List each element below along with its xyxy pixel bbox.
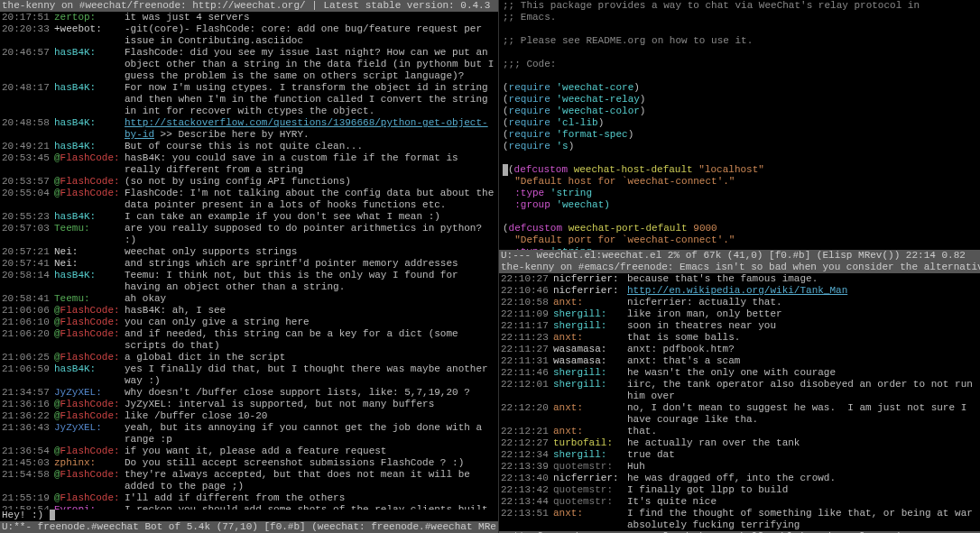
nick: @FlashCode: (54, 328, 125, 352)
nick: @FlashCode: (54, 410, 125, 422)
message: I can take an example if you don't see w… (125, 211, 496, 223)
message: a global dict in the script (125, 352, 496, 363)
message: anxt: pdfbook.htm? (627, 344, 978, 355)
chat-line: 22:10:58anxt:nicferrier: actually that. (501, 297, 978, 308)
nick: hasB4K: (54, 82, 125, 117)
chat-line: 22:13:44quotemstr:It's quite nice (501, 496, 978, 508)
nick: @FlashCode: (54, 188, 125, 211)
message: they're always accepted, but that does n… (125, 469, 496, 492)
code-line: ;;; Code: (503, 59, 976, 70)
chat-line: 22:13:39quotemstr:Huh (501, 461, 978, 473)
message: For now I'm using ctypes. I transform th… (125, 82, 496, 117)
nick: anxt: (553, 297, 627, 308)
timestamp: 20:58:41 (2, 293, 54, 305)
code-line: ;; This package provides a way to chat v… (503, 0, 976, 12)
chat-line: 20:57:21Nei:weechat only supports string… (2, 246, 496, 258)
message: It's quite nice (627, 496, 978, 508)
emacs-chat-wrap: the-kenny on #emacs/freenode: Emacs isn'… (499, 262, 980, 533)
chat-line: 21:36:22@FlashCode:like /buffer close 10… (2, 410, 496, 422)
link[interactable]: http://en.wikipedia.org/wiki/Tank_Man (627, 285, 847, 296)
chat-line: 20:53:57@FlashCode:(so not by using conf… (2, 176, 496, 188)
nick: anxt: (553, 332, 627, 344)
code-line: "Default host for `weechat-connect'." (503, 176, 976, 188)
code-line: (require 'weechat-core) (503, 82, 976, 94)
nick: quotemstr: (553, 484, 627, 496)
timestamp: 20:58:14 (2, 270, 54, 293)
timestamp: 22:11:17 (501, 320, 553, 332)
message: I find the thought of something like tha… (627, 508, 978, 531)
chat-line: 22:11:46shergill:he wasn't the only one … (501, 367, 978, 379)
timestamp: 22:12:21 (501, 426, 553, 437)
chat-line: 21:36:16@FlashCode:JyZyXEL: interval is … (2, 399, 496, 410)
timestamp: 22:13:51 (501, 508, 553, 531)
nick: hasB4K: (54, 117, 125, 141)
nick: @FlashCode: (54, 176, 125, 188)
timestamp: 20:20:33 (2, 23, 54, 47)
chat-line: 22:13:40nicferrier:he was dragged off, i… (501, 473, 978, 484)
code-line: ;; Please see README.org on how to use i… (503, 35, 976, 47)
chat-line: 20:46:57hasB4K:FlashCode: did you see my… (2, 47, 496, 82)
chat-line: 20:48:58hasB4K:http://stackoverflow.com/… (2, 117, 496, 141)
nick: @FlashCode: (54, 152, 125, 176)
nick: @FlashCode: (54, 492, 125, 504)
timestamp: 21:06:10 (2, 317, 54, 328)
timestamp: 22:12:01 (501, 379, 553, 402)
timestamp: 22:11:31 (501, 355, 553, 367)
emacs-chat-buffer[interactable]: 22:10:27nicferrier:because that's the fa… (499, 273, 980, 531)
message: you can only give a string here (125, 317, 496, 328)
message: because that's the famous image. (627, 273, 978, 285)
chat-line: 21:06:25@FlashCode:a global dict in the … (2, 352, 496, 363)
elisp-buffer[interactable]: ;; This package provides a way to chat v… (499, 0, 980, 250)
message: he actually ran over the tank (627, 437, 978, 449)
message: Teemu: I think not, but this is the only… (125, 270, 496, 293)
chat-line: 20:53:45@FlashCode:hasB4K: you could sav… (2, 152, 496, 176)
chat-line: 20:17:51zertop:it was just 4 servers (2, 12, 496, 23)
chat-line: 21:06:59hasB4K:yes I finally did that, b… (2, 363, 496, 387)
message: that. (627, 426, 978, 437)
chat-line: 20:49:21hasB4K:But of course this is not… (2, 141, 496, 152)
timestamp: 22:13:39 (501, 461, 553, 473)
timestamp: 21:06:20 (2, 328, 54, 352)
chat-line: 20:20:33+weebot:-git(core)- FlashCode: c… (2, 23, 496, 47)
chat-line: 22:11:17shergill:soon in theatres near y… (501, 320, 978, 332)
weechat-buffer[interactable]: 20:17:51zertop:it was just 4 servers20:2… (0, 12, 498, 510)
message: http://stackoverflow.com/questions/13966… (125, 117, 496, 141)
code-line (503, 23, 976, 35)
chat-line: 22:12:01shergill:iirc, the tank operator… (501, 379, 978, 402)
timestamp: 22:11:46 (501, 367, 553, 379)
message: ah okay (125, 293, 496, 305)
timestamp: 20:46:57 (2, 47, 54, 82)
code-line (503, 70, 976, 82)
timestamp: 21:06:59 (2, 363, 54, 387)
code-line: "Default port for `weechat-connect'." (503, 234, 976, 246)
nick: quotemstr: (553, 496, 627, 508)
message: I finally got llpp to build (627, 484, 978, 496)
chat-line: 21:36:54@FlashCode:if you want it, pleas… (2, 446, 496, 457)
emacs-chat-titlebar: the-kenny on #emacs/freenode: Emacs isn'… (499, 262, 980, 273)
nick: anxt: (553, 402, 627, 426)
message: true dat (627, 449, 978, 461)
timestamp: 21:36:22 (2, 410, 54, 422)
timestamp: 21:34:57 (2, 387, 54, 399)
chat-line: 20:48:17hasB4K:For now I'm using ctypes.… (2, 82, 496, 117)
nick: shergill: (553, 449, 627, 461)
nick: Teemu: (54, 223, 125, 246)
timestamp: 20:57:03 (2, 223, 54, 246)
code-line: (require 'weechat-color) (503, 106, 976, 117)
message: and strings which are sprintf'd pointer … (125, 258, 496, 270)
nick: wasamasa: (553, 344, 627, 355)
message: he wasn't the only one with courage (627, 367, 978, 379)
message: Huh (627, 461, 978, 473)
code-line: (defcustom weechat-port-default 9000 (503, 223, 976, 234)
chat-line: 21:34:57JyZyXEL:why doesn't /buffer clos… (2, 387, 496, 399)
chat-line: 22:10:27nicferrier:because that's the fa… (501, 273, 978, 285)
chat-line: 21:06:10@FlashCode:you can only give a s… (2, 317, 496, 328)
message: yeah, but its annoying if you cannot get… (125, 422, 496, 446)
nick: JyZyXEL: (54, 422, 125, 446)
timestamp: 22:11:09 (501, 308, 553, 320)
timestamp: 22:11:27 (501, 344, 553, 355)
input-line[interactable]: Hey! :) (0, 510, 498, 521)
link[interactable]: http://stackoverflow.com/questions/13966… (125, 117, 488, 140)
timestamp: 21:06:25 (2, 352, 54, 363)
nick: wasamasa: (553, 355, 627, 367)
